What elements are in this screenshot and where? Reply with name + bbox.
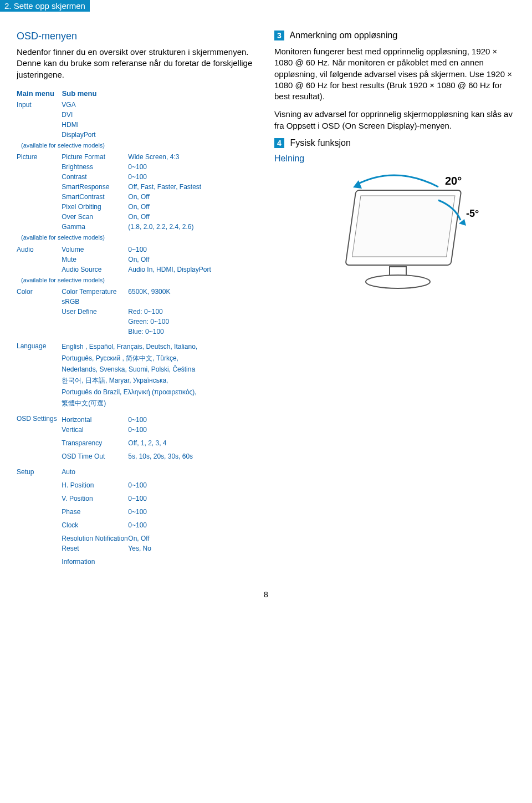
sub-value: Audio In, HDMI, DisplayPort (128, 266, 211, 273)
lang-line: 한국어, 日本語, Maryar, Українська, (62, 375, 197, 386)
angle-up-text: 20° (445, 175, 462, 187)
sub-value: Green: 0~100 (128, 318, 169, 326)
sub-value: On, Off (128, 535, 149, 542)
osd-menu-tree: Input VGA DVI HDMI DisplayPort (availabl… (17, 100, 258, 567)
angle-down-text: -5° (466, 208, 479, 219)
sub-item: DVI (62, 110, 134, 120)
sub-value: 0~100 (128, 508, 147, 516)
svg-rect-2 (352, 196, 454, 257)
menu-picture-label: Picture (17, 152, 60, 162)
menu-color-label: Color (17, 287, 60, 297)
menu-input-subs: VGA DVI HDMI DisplayPort (62, 100, 134, 140)
sub-item: Horizontal (62, 415, 128, 425)
svg-point-4 (366, 275, 430, 288)
sub-value: 0~100 (128, 426, 147, 434)
sub-item: Color Temperature (62, 287, 128, 297)
sub-item: Phase (62, 507, 128, 517)
sub-item: SmartContrast (62, 192, 128, 202)
sub-item: HDMI (62, 120, 134, 130)
lang-line: Português do Brazil, Ελληνική (προαιρετι… (62, 387, 197, 398)
sub-item: User Define (62, 307, 128, 317)
badge-3: 3 (274, 31, 284, 40)
menu-audio: Audio Volume0~100 MuteOn, Off Audio Sour… (17, 245, 258, 275)
sub-item: Contrast (62, 172, 128, 182)
sub-value: 5s, 10s, 20s, 30s, 60s (128, 453, 193, 460)
sub-item: Brightness (62, 162, 128, 172)
section-3-text: Anmerkning om oppløsning (290, 31, 398, 40)
sub-value: 0~100 (128, 521, 147, 529)
sub-value: 0~100 (128, 416, 147, 424)
sub-value: Off, Fast, Faster, Fastest (128, 183, 201, 191)
main-menu-label: Main menu (17, 89, 60, 98)
sub-value: On, Off (128, 256, 149, 263)
section-4-text: Fysisk funksjon (290, 138, 350, 148)
sub-item: SmartResponse (62, 182, 128, 192)
svg-marker-0 (353, 180, 362, 189)
menu-osd-settings: OSD Settings Horizontal0~100 Vertical0~1… (17, 415, 258, 461)
sub-item: VGA (62, 100, 134, 110)
section-4-title: 4 Fysisk funksjon (274, 138, 515, 148)
sub-menu-label: Sub menu (62, 89, 97, 98)
sub-value: 0~100 (128, 481, 147, 489)
sub-item: V. Position (62, 494, 128, 504)
sub-item: Mute (62, 255, 128, 265)
sub-value: 0~100 (128, 173, 147, 181)
sub-value: 0~100 (128, 495, 147, 502)
sub-item: Pixel Orbiting (62, 202, 128, 212)
left-column: OSD-menyen Nedenfor finner du en oversik… (17, 31, 258, 568)
sub-value: 0~100 (128, 246, 147, 253)
sub-item: H. Position (62, 480, 128, 490)
menu-color: Color Color Temperature6500K, 9300K sRGB… (17, 287, 258, 337)
sub-item: Picture Format (62, 152, 128, 162)
page-number: 8 (0, 590, 532, 608)
page-body: OSD-menyen Nedenfor finner du en oversik… (0, 19, 532, 590)
avail-note: (available for selective models) (21, 141, 258, 150)
sub-item: Resolution Notification (62, 535, 128, 543)
menu-input-label: Input (17, 100, 60, 110)
section-3-title: 3 Anmerkning om oppløsning (274, 31, 515, 40)
section-3-p1: Monitoren fungerer best med opprinnelig … (274, 46, 515, 102)
menu-audio-label: Audio (17, 245, 60, 255)
sub-value: On, Off (128, 193, 149, 201)
sub-value: (1.8, 2.0, 2.2, 2.4, 2.6) (128, 223, 193, 231)
sub-item: Reset (62, 543, 128, 553)
avail-note: (available for selective models) (21, 276, 258, 285)
sub-value: On, Off (128, 203, 149, 211)
menu-setup-label: Setup (17, 467, 60, 477)
monitor-tilt-figure: 20° -5° (274, 168, 515, 303)
sub-item: Clock (62, 520, 128, 530)
sub-item: Information (62, 557, 128, 567)
sub-value: Yes, No (128, 545, 151, 552)
osd-title: OSD-menyen (17, 31, 258, 42)
menu-osd-label: OSD Settings (17, 415, 60, 424)
sub-value: Blue: 0~100 (128, 328, 163, 336)
lang-line: 繁體中文(可選) (62, 398, 197, 409)
menu-headers: Main menu Sub menu (17, 89, 258, 98)
sub-value: 6500K, 9300K (128, 288, 170, 296)
lang-line: English , Español, Français, Deutsch, It… (62, 341, 197, 352)
sub-item: Volume (62, 245, 128, 255)
right-column: 3 Anmerkning om oppløsning Monitoren fun… (274, 31, 515, 568)
sub-item: Transparency (62, 438, 128, 448)
sub-item: Audio Source (62, 265, 128, 275)
sub-value: Wide Screen, 4:3 (128, 153, 179, 161)
sub-item: Over Scan (62, 212, 128, 222)
sub-value: 0~100 (128, 163, 147, 171)
helning-label: Helning (274, 154, 515, 164)
menu-input: Input VGA DVI HDMI DisplayPort (17, 100, 258, 140)
menu-setup: Setup Auto H. Position0~100 V. Position0… (17, 467, 258, 567)
sub-value: Red: 0~100 (128, 308, 162, 316)
menu-language-label: Language (17, 341, 60, 351)
sub-item: Gamma (62, 222, 128, 232)
sub-value: On, Off (128, 213, 149, 221)
section-3-p2: Visning av advarsel for opprinnelig skje… (274, 109, 515, 131)
sub-item: sRGB (62, 297, 128, 307)
sub-value: Off, 1, 2, 3, 4 (128, 439, 166, 447)
monitor-svg: 20° -5° (306, 168, 484, 301)
sub-item: OSD Time Out (62, 451, 128, 461)
sub-item: Vertical (62, 425, 128, 435)
intro-text: Nedenfor finner du en oversikt over stru… (17, 47, 258, 80)
lang-line: Português, Русский , 简体中文, Türkçe, (62, 353, 197, 364)
menu-picture: Picture Picture FormatWide Screen, 4:3 B… (17, 152, 258, 232)
menu-language: Language English , Español, Français, De… (17, 341, 258, 409)
